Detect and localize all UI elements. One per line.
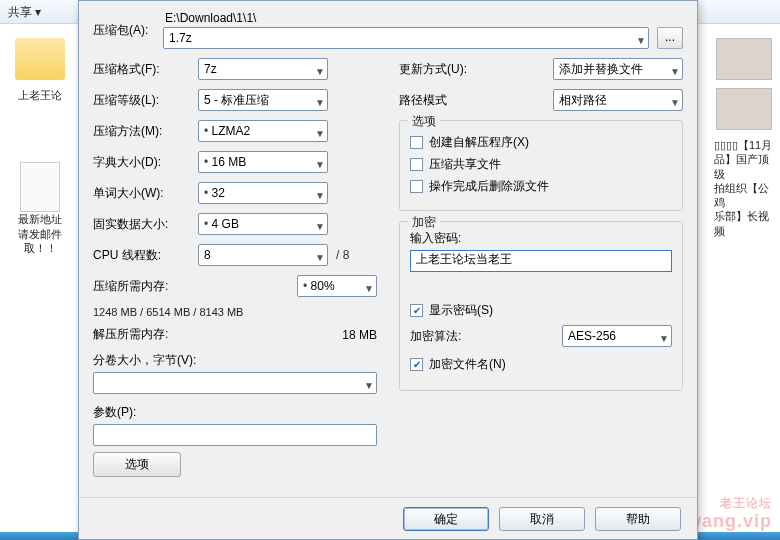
params-input[interactable]	[93, 424, 377, 446]
delete-label: 操作完成后删除源文件	[429, 178, 549, 195]
format-combo[interactable]: 7z▼	[198, 58, 328, 80]
bg-left-icons: 上老王论 最新地址 请发邮件 取！！	[10, 30, 70, 255]
level-label: 压缩等级(L):	[93, 92, 198, 109]
mem-comp-label: 压缩所需内存:	[93, 278, 198, 295]
solid-combo[interactable]: 4 GB▼	[198, 213, 328, 235]
mem-decomp-label: 解压所需内存:	[93, 326, 198, 343]
threads-label: CPU 线程数:	[93, 247, 198, 264]
password-label: 输入密码:	[410, 230, 672, 247]
chevron-down-icon: ▼	[315, 186, 325, 206]
pathmode-combo[interactable]: 相对路径▼	[553, 89, 683, 111]
archive-filename-combo[interactable]: 1.7z▼	[163, 27, 649, 49]
browse-button[interactable]: ...	[657, 27, 683, 49]
chevron-down-icon: ▼	[315, 217, 325, 237]
bg-right-icons: ▯▯▯▯【11月 品】国产顶级 拍组织【公鸡 乐部】长视频	[714, 30, 774, 238]
shared-label: 压缩共享文件	[429, 156, 501, 173]
threads-combo[interactable]: 8▼	[198, 244, 328, 266]
enc-method-label: 加密算法:	[410, 328, 500, 345]
chevron-down-icon: ▼	[315, 155, 325, 175]
video-thumb-icon[interactable]	[716, 38, 772, 80]
encryption-fieldset: 加密 输入密码: 上老王论坛当老王 ✔显示密码(S) 加密算法: AES-256…	[399, 221, 683, 391]
method-label: 压缩方法(M):	[93, 123, 198, 140]
compress-dialog: 压缩包(A): E:\Download\1\1\ 1.7z▼ ... 压缩格式(…	[78, 0, 698, 540]
video-thumb-icon[interactable]	[716, 88, 772, 130]
folder-icon[interactable]	[15, 38, 65, 80]
show-password-checkbox[interactable]: ✔	[410, 304, 423, 317]
cancel-button[interactable]: 取消	[499, 507, 585, 531]
ok-button[interactable]: 确定	[403, 507, 489, 531]
archive-label: 压缩包(A):	[93, 22, 163, 39]
word-label: 单词大小(W):	[93, 185, 198, 202]
word-combo[interactable]: 32▼	[198, 182, 328, 204]
encryption-legend: 加密	[408, 214, 440, 231]
chevron-down-icon: ▼	[315, 62, 325, 82]
chevron-down-icon: ▼	[315, 93, 325, 113]
level-combo[interactable]: 5 - 标准压缩▼	[198, 89, 328, 111]
dialog-footer: 确定 取消 帮助	[79, 497, 697, 539]
split-combo[interactable]: ▼	[93, 372, 377, 394]
text-file-icon[interactable]	[20, 162, 60, 212]
archive-path: E:\Download\1\1\	[163, 11, 683, 27]
chevron-down-icon: ▼	[364, 376, 374, 396]
mem-comp-detail: 1248 MB / 6514 MB / 8143 MB	[93, 306, 377, 318]
enc-method-combo[interactable]: AES-256▼	[562, 325, 672, 347]
dict-combo[interactable]: 16 MB▼	[198, 151, 328, 173]
sfx-label: 创建自解压程序(X)	[429, 134, 529, 151]
textfile-label: 最新地址 请发邮件 取！！	[10, 212, 70, 255]
chevron-down-icon: ▼	[670, 93, 680, 113]
shared-checkbox[interactable]	[410, 158, 423, 171]
threads-total: / 8	[336, 248, 349, 262]
encrypt-names-checkbox[interactable]: ✔	[410, 358, 423, 371]
chevron-down-icon: ▼	[315, 124, 325, 144]
password-input[interactable]: 上老王论坛当老王	[410, 250, 672, 272]
mem-pct-combo[interactable]: 80%▼	[297, 275, 377, 297]
split-label: 分卷大小，字节(V):	[93, 352, 377, 369]
chevron-down-icon: ▼	[670, 62, 680, 82]
delete-checkbox[interactable]	[410, 180, 423, 193]
show-password-label: 显示密码(S)	[429, 302, 493, 319]
share-menu[interactable]: 共享 ▾	[8, 5, 41, 19]
sfx-checkbox[interactable]	[410, 136, 423, 149]
left-column: 压缩格式(F): 7z▼ 压缩等级(L): 5 - 标准压缩▼ 压缩方法(M):…	[93, 58, 377, 477]
method-combo[interactable]: LZMA2▼	[198, 120, 328, 142]
encrypt-names-label: 加密文件名(N)	[429, 356, 506, 373]
video-label: ▯▯▯▯【11月 品】国产顶级 拍组织【公鸡 乐部】长视频	[714, 138, 774, 238]
options-button[interactable]: 选项	[93, 452, 181, 477]
mem-decomp-value: 18 MB	[342, 328, 377, 342]
options-legend: 选项	[408, 113, 440, 130]
update-combo[interactable]: 添加并替换文件▼	[553, 58, 683, 80]
pathmode-label: 路径模式	[399, 92, 489, 109]
right-column: 更新方式(U): 添加并替换文件▼ 路径模式 相对路径▼ 选项 创建自解压程序(…	[399, 58, 683, 477]
format-label: 压缩格式(F):	[93, 61, 198, 78]
options-fieldset: 选项 创建自解压程序(X) 压缩共享文件 操作完成后删除源文件	[399, 120, 683, 211]
params-label: 参数(P):	[93, 404, 377, 421]
chevron-down-icon: ▼	[659, 329, 669, 349]
chevron-down-icon: ▼	[636, 31, 646, 51]
solid-label: 固实数据大小:	[93, 216, 198, 233]
chevron-down-icon: ▼	[364, 279, 374, 299]
help-button[interactable]: 帮助	[595, 507, 681, 531]
folder-label: 上老王论	[10, 88, 70, 102]
dict-label: 字典大小(D):	[93, 154, 198, 171]
chevron-down-icon: ▼	[315, 248, 325, 268]
update-label: 更新方式(U):	[399, 61, 489, 78]
